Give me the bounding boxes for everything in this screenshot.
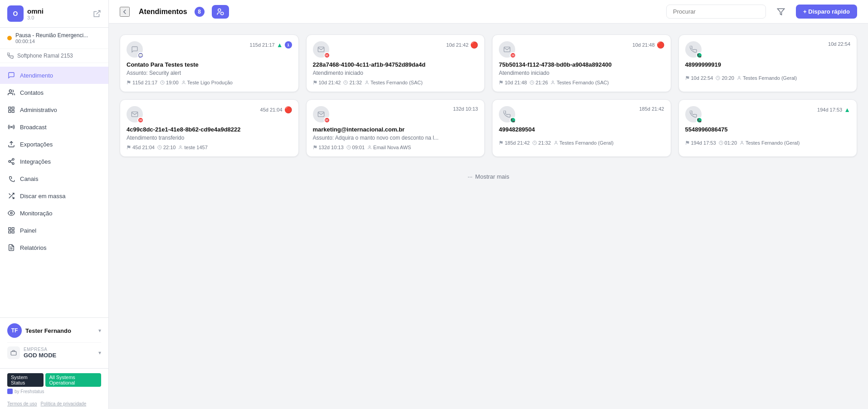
empresa-chevron-icon: ▾ — [98, 350, 101, 356]
footer-clock-value: 21:32 — [349, 80, 362, 85]
footer-clock-value: 21:26 — [536, 80, 548, 85]
sidebar-item-contatos[interactable]: Contatos — [0, 84, 108, 101]
flag-icon — [127, 145, 131, 150]
svg-point-33 — [738, 76, 740, 78]
card-footer: 10d 21:48 21:26 Testes Fernando (SAC) — [499, 80, 664, 85]
footer-flag-value: 194d 17:53 — [691, 140, 716, 146]
footer-user-value: Testes Fernando (SAC) — [556, 80, 609, 85]
search-input[interactable] — [666, 5, 766, 19]
footer-user-value: Teste Ligo Produção — [187, 80, 233, 85]
sidebar-item-integracoes[interactable]: Integrações — [0, 153, 108, 170]
relatorios-icon — [7, 243, 15, 252]
footer-user-value: Testes Fernando (Geral) — [560, 140, 614, 146]
card-header: 💬 115d 21:17 ▲ 1 — [127, 41, 292, 58]
email-avatar-icon — [131, 111, 138, 118]
svg-line-9 — [10, 162, 13, 163]
footer-flag-value: 132d 10:13 — [319, 145, 344, 150]
email-avatar-icon — [503, 46, 511, 53]
contatos-icon — [7, 88, 15, 97]
card-avatar: 💬 — [127, 41, 143, 58]
flag-icon — [685, 141, 690, 145]
sidebar-item-administrativo[interactable]: Administrativo — [0, 101, 108, 118]
card-footer: 194d 17:53 01:20 Testes Fernando (Geral) — [685, 140, 851, 146]
card-card-8[interactable]: 📞 194d 17:53 ▲ 5548996086475 194d 17:53 — [678, 99, 858, 157]
alarm-icon: 🔴 — [657, 41, 664, 49]
card-title: 75b50134-f112-4738-bd0b-a9048a892400 — [499, 61, 664, 68]
canais-icon — [7, 175, 15, 183]
svg-rect-2 — [12, 107, 14, 109]
privacy-link[interactable]: Política de privacidade — [41, 401, 87, 406]
user-icon — [365, 80, 369, 85]
flag-icon — [313, 80, 317, 85]
flag-icon — [127, 80, 131, 85]
page-title: Atendimentos — [139, 8, 187, 16]
email-avatar-icon — [317, 111, 325, 118]
svg-rect-15 — [9, 231, 11, 233]
footer-user-value: Testes Fernando (Geral) — [746, 140, 800, 146]
svg-point-30 — [552, 81, 554, 82]
card-card-3[interactable]: ✉ 10d 21:48 🔴 75b50134-f112-4738-bd0b-a9… — [492, 34, 671, 92]
card-card-2[interactable]: ✉ 10d 21:42 🔴 228a7468-4100-4c11-af1b-94… — [306, 34, 485, 92]
footer-flag-value: 10d 21:42 — [319, 80, 341, 85]
user-profile-row[interactable]: TF Tester Fernando ▾ — [7, 323, 101, 338]
svg-point-6 — [12, 158, 14, 160]
card-subtitle: Assunto: Adquira o manto novo com descon… — [313, 135, 478, 141]
avatar-type-badge: ✉ — [324, 117, 330, 123]
card-card-7[interactable]: 📞 185d 21:42 49948289504 185d 21:42 — [492, 99, 671, 157]
sidebar-item-painel[interactable]: Painel — [0, 222, 108, 239]
card-card-4[interactable]: 📞 10d 22:54 48999999919 10d 22:54 — [678, 34, 858, 92]
terms-link[interactable]: Termos de uso — [7, 401, 37, 406]
sidebar-item-relatorios[interactable]: Relatórios — [0, 239, 108, 256]
card-footer: 115d 21:17 19:00 Teste Ligo Produção — [127, 80, 292, 85]
softphone-row[interactable]: Softphone Ramal 2153 — [0, 49, 108, 63]
card-header: 📞 194d 17:53 ▲ — [685, 106, 851, 122]
card-avatar: 📞 — [685, 106, 702, 122]
footer-flag: 115d 21:17 — [127, 80, 157, 85]
card-meta: 45d 21:04 🔴 — [147, 106, 292, 113]
svg-rect-4 — [9, 110, 11, 112]
card-time: 10d 22:54 — [828, 41, 850, 47]
card-title: 228a7468-4100-4c11-af1b-94752d89da4d — [313, 61, 478, 68]
show-more-button[interactable]: ···Mostrar mais — [120, 164, 857, 189]
user-icon — [181, 80, 186, 85]
clock-icon — [532, 141, 537, 145]
card-card-1[interactable]: 💬 115d 21:17 ▲ 1 Contato Para Testes tes… — [120, 34, 299, 92]
export-icon[interactable] — [93, 10, 101, 18]
quick-fire-button[interactable]: + Disparo rápido — [796, 5, 857, 19]
filter-icon-button[interactable] — [773, 6, 789, 18]
footer-clock: 21:32 — [343, 80, 362, 85]
sidebar-item-label: Administrativo — [20, 107, 57, 113]
footer-flag-value: 185d 21:42 — [505, 140, 530, 146]
footer-flag: 10d 21:48 — [499, 80, 527, 85]
card-meta: 10d 21:42 🔴 — [334, 41, 478, 49]
sidebar-item-discar-em-massa[interactable]: Discar em massa — [0, 187, 108, 204]
empresa-row[interactable]: EMPRESA GOD MODE ▾ — [7, 342, 101, 363]
avatar-type-badge: 📞 — [696, 117, 702, 123]
status-timer: 00:00:14 — [15, 39, 88, 44]
sidebar-item-broadcast[interactable]: Broadcast — [0, 118, 108, 136]
flag-icon — [313, 145, 317, 150]
card-header: ✉ 10d 21:42 🔴 — [313, 41, 478, 58]
card-card-5[interactable]: ✉ 45d 21:04 🔴 4c99c8dc-21e1-41e8-8b62-cd… — [120, 99, 299, 157]
sidebar-collapse-button[interactable] — [120, 7, 130, 17]
footer-flag-value: 10d 21:48 — [505, 80, 527, 85]
sidebar-item-exportacoes[interactable]: Exportações — [0, 136, 108, 153]
chevron-down-icon: ▾ — [98, 327, 101, 334]
footer-user: Teste Ligo Produção — [181, 80, 233, 85]
footer-user: teste 1457 — [178, 145, 207, 150]
sidebar-item-canais[interactable]: Canais — [0, 170, 108, 187]
clock-icon — [343, 80, 348, 85]
view-toggle-button[interactable] — [212, 5, 229, 19]
footer-flag-value: 115d 21:17 — [132, 80, 157, 85]
administrativo-icon — [7, 106, 15, 114]
sidebar-item-monitoracao[interactable]: Monitoração — [0, 204, 108, 222]
sidebar-header: O omni 3.0 — [0, 0, 108, 28]
svg-rect-1 — [9, 107, 11, 109]
sidebar-item-atendimento[interactable]: Atendimento — [0, 67, 108, 84]
card-header: ✉ 132d 10:13 — [313, 106, 478, 122]
footer-flag-value: 45d 21:04 — [132, 145, 155, 150]
user-icon — [740, 141, 744, 145]
card-subtitle: Atendimento iniciado — [313, 70, 478, 76]
sidebar: O omni 3.0 Pausa - Reunião Emergenci... … — [0, 0, 109, 409]
card-card-6[interactable]: ✉ 132d 10:13 marketing@internacional.com… — [306, 99, 485, 157]
